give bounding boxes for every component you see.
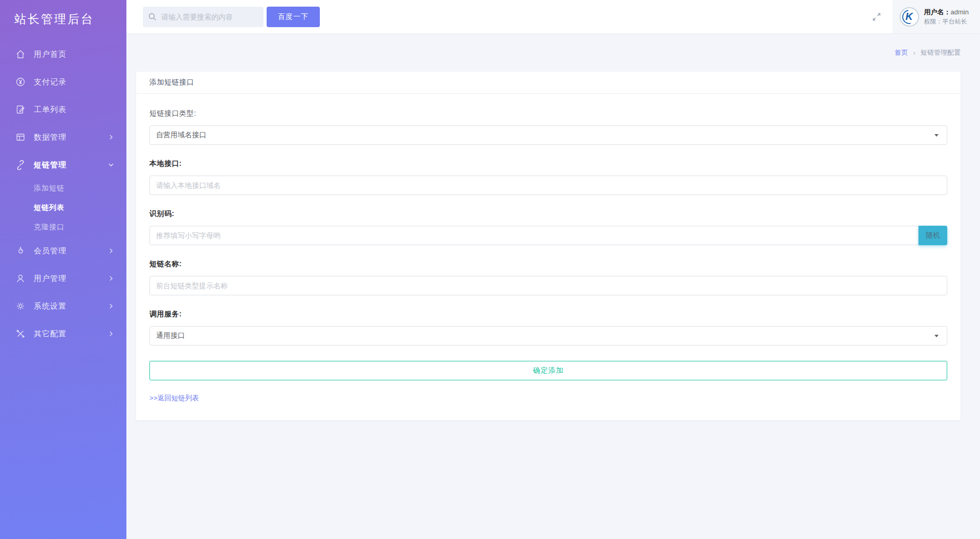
service-select[interactable]: 通用接口 xyxy=(149,326,947,346)
fullscreen-icon xyxy=(872,12,882,22)
sidebar-subitem-shortlink-list[interactable]: 短链列表 xyxy=(0,198,126,218)
chevron-right-icon xyxy=(108,275,114,282)
sidebar-item-label: 其它配置 xyxy=(34,329,108,339)
sidebar-item-payments[interactable]: 支付记录 xyxy=(0,68,126,96)
sidebar-item-label: 工单列表 xyxy=(34,105,114,115)
chevron-right-icon xyxy=(108,134,114,140)
id-code-input[interactable] xyxy=(156,231,912,240)
field-label-local-api: 本地接口: xyxy=(149,159,947,168)
search-bar: 百度一下 xyxy=(143,7,320,27)
chevron-right-icon xyxy=(108,303,114,309)
sidebar-item-label: 数据管理 xyxy=(34,133,108,142)
home-icon xyxy=(15,49,26,59)
avatar-letter: K xyxy=(905,11,912,23)
sidebar-item-shortlinks[interactable]: 短链管理 xyxy=(0,151,126,179)
user-name-label: 用户名： xyxy=(924,8,951,16)
confirm-add-button[interactable]: 确定添加 xyxy=(149,361,947,380)
panel-body: 短链接口类型: 自营用域名接口 本地接口: 识别码: 随机 xyxy=(136,94,961,420)
user-role-value: 平台站长 xyxy=(943,18,967,25)
app-title: 站长管理后台 xyxy=(0,0,126,27)
work-order-icon xyxy=(15,104,26,115)
api-type-selected-value: 自营用域名接口 xyxy=(156,131,206,140)
user-role-line: 权限：平台站长 xyxy=(924,17,969,26)
gear-icon xyxy=(15,301,26,311)
chevron-down-icon xyxy=(108,162,114,168)
data-table-icon xyxy=(15,132,26,142)
local-api-field xyxy=(149,176,947,195)
main-column: 百度一下 K 用户名：admin 权限：平台站长 首页 › 短链管理配置 xyxy=(126,0,980,539)
local-api-input[interactable] xyxy=(156,181,941,189)
shortlink-name-input[interactable] xyxy=(156,282,941,290)
sidebar-item-workorders[interactable]: 工单列表 xyxy=(0,96,126,123)
subitem-label: 克隆接口 xyxy=(34,223,64,232)
back-to-list-link[interactable]: >>返回短链列表 xyxy=(149,394,199,403)
fullscreen-button[interactable] xyxy=(864,0,889,33)
id-code-group: 随机 xyxy=(149,226,947,245)
flame-icon xyxy=(15,246,26,256)
sidebar-item-label: 会员管理 xyxy=(34,246,108,256)
sidebar-item-label: 用户管理 xyxy=(34,274,108,284)
search-button[interactable]: 百度一下 xyxy=(267,7,320,27)
service-selected-value: 通用接口 xyxy=(156,331,185,340)
sidebar-item-label: 用户首页 xyxy=(34,50,114,59)
select-caret-icon xyxy=(934,134,939,137)
sidebar-item-members[interactable]: 会员管理 xyxy=(0,237,126,265)
sidebar-item-other-config[interactable]: 其它配置 xyxy=(0,320,126,348)
topbar: 百度一下 K 用户名：admin 权限：平台站长 xyxy=(126,0,980,33)
field-label-api-type: 短链接口类型: xyxy=(149,109,947,118)
search-input[interactable] xyxy=(161,13,258,21)
user-name-line: 用户名：admin xyxy=(924,7,969,17)
user-menu[interactable]: K 用户名：admin 权限：平台站长 xyxy=(892,0,980,33)
sidebar-item-data[interactable]: 数据管理 xyxy=(0,123,126,151)
sidebar-subitem-add-shortlink[interactable]: 添加短链 xyxy=(0,179,126,198)
sidebar-item-settings[interactable]: 系统设置 xyxy=(0,292,126,320)
sidebar-item-home[interactable]: 用户首页 xyxy=(0,40,126,68)
breadcrumb: 首页 › 短链管理配置 xyxy=(136,33,961,72)
chevron-right-icon xyxy=(108,248,114,254)
sidebar: 站长管理后台 用户首页 支付记录 工单列表 数据管理 xyxy=(0,0,126,539)
sidebar-subitem-clone-api[interactable]: 克隆接口 xyxy=(0,218,126,237)
avatar: K xyxy=(900,7,919,27)
random-button[interactable]: 随机 xyxy=(919,226,947,245)
link-icon xyxy=(15,160,26,170)
user-info: 用户名：admin 权限：平台站长 xyxy=(924,7,969,27)
api-type-select[interactable]: 自营用域名接口 xyxy=(149,125,947,145)
sidebar-item-label: 支付记录 xyxy=(34,77,114,87)
tools-icon xyxy=(15,329,26,339)
field-label-id-code: 识别码: xyxy=(149,209,947,219)
shortlink-name-field xyxy=(149,276,947,295)
sidebar-item-users[interactable]: 用户管理 xyxy=(0,265,126,292)
subitem-label: 短链列表 xyxy=(34,203,64,212)
breadcrumb-separator: › xyxy=(913,49,916,57)
breadcrumb-home-link[interactable]: 首页 xyxy=(895,48,908,57)
id-code-field xyxy=(149,226,919,245)
content-area: 首页 › 短链管理配置 添加短链接口 短链接口类型: 自营用域名接口 本地接口:… xyxy=(126,33,980,539)
user-name-value: admin xyxy=(951,8,969,16)
breadcrumb-current: 短链管理配置 xyxy=(921,48,961,57)
sidebar-item-label: 短链管理 xyxy=(34,160,108,170)
search-box[interactable] xyxy=(143,7,264,27)
panel-title: 添加短链接口 xyxy=(136,72,961,94)
chevron-right-icon xyxy=(108,331,114,337)
search-icon xyxy=(148,12,157,21)
add-shortlink-panel: 添加短链接口 短链接口类型: 自营用域名接口 本地接口: 识别码: xyxy=(136,72,961,420)
sidebar-item-label: 系统设置 xyxy=(34,301,108,311)
yen-circle-icon xyxy=(15,77,26,87)
shortlink-submenu: 添加短链 短链列表 克隆接口 xyxy=(0,179,126,237)
field-label-service: 调用服务: xyxy=(149,310,947,319)
user-role-label: 权限： xyxy=(924,18,943,25)
select-caret-icon xyxy=(934,335,939,337)
topbar-right: K 用户名：admin 权限：平台站长 xyxy=(864,0,980,33)
sidebar-nav: 用户首页 支付记录 工单列表 数据管理 短链管理 xyxy=(0,40,126,348)
subitem-label: 添加短链 xyxy=(34,184,64,193)
field-label-shortlink-name: 短链名称: xyxy=(149,260,947,269)
user-icon xyxy=(15,273,26,284)
